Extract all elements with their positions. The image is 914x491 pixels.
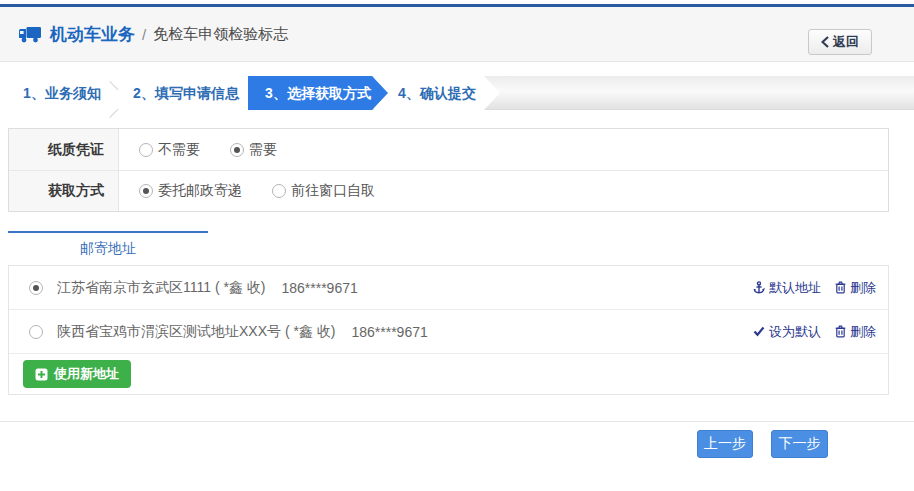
- step-tab-4[interactable]: 4、确认提交: [374, 76, 500, 110]
- radio-label: 委托邮政寄递: [158, 182, 242, 200]
- address-list: 江苏省南京市玄武区1111 ( *鑫 收) 186****9671 默认地址 删…: [8, 265, 889, 395]
- trash-icon: [835, 325, 846, 338]
- options-form: 纸质凭证 不需要 需要 获取方式 委托邮政寄递: [8, 128, 889, 212]
- radio-icon[interactable]: [29, 325, 43, 339]
- truck-icon: [18, 26, 42, 44]
- form-row-obtain-method: 获取方式 委托邮政寄递 前往窗口自取: [9, 170, 888, 211]
- action-label: 删除: [850, 279, 876, 297]
- page-header: 机动车业务 / 免检车申领检验标志 返回: [0, 7, 914, 62]
- radio-icon[interactable]: [139, 143, 153, 157]
- radio-selected-icon[interactable]: [230, 143, 244, 157]
- form-label: 纸质凭证: [9, 129, 119, 170]
- trash-icon: [835, 281, 846, 294]
- action-label: 默认地址: [769, 279, 821, 297]
- radio-selected-icon[interactable]: [29, 281, 43, 295]
- breadcrumb: 机动车业务 / 免检车申领检验标志: [18, 7, 288, 62]
- radio-icon[interactable]: [272, 184, 286, 198]
- default-address-button[interactable]: 默认地址: [753, 279, 821, 297]
- action-label: 设为默认: [769, 323, 821, 341]
- step-tab-2[interactable]: 2、填写申请信息: [124, 76, 248, 110]
- check-icon: [753, 326, 765, 337]
- set-default-button[interactable]: 设为默认: [753, 323, 821, 341]
- form-row-paper-voucher: 纸质凭证 不需要 需要: [9, 129, 888, 170]
- address-row[interactable]: 陕西省宝鸡市渭滨区测试地址XXX号 ( *鑫 收) 186****9671 设为…: [9, 310, 888, 354]
- address-text: 江苏省南京市玄武区1111 ( *鑫 收): [57, 279, 265, 297]
- step-separator-icon: [110, 81, 122, 105]
- action-label: 删除: [850, 323, 876, 341]
- address-phone: 186****9671: [281, 280, 357, 296]
- address-phone: 186****9671: [351, 324, 427, 340]
- radio-label: 需要: [249, 141, 277, 159]
- address-actions: 默认地址 删除: [753, 279, 876, 297]
- anchor-icon: [753, 281, 765, 294]
- address-text: 陕西省宝鸡市渭滨区测试地址XXX号 ( *鑫 收): [57, 323, 335, 341]
- delete-address-button[interactable]: 删除: [835, 279, 876, 297]
- add-new-address-label: 使用新地址: [54, 365, 119, 383]
- address-actions: 设为默认 删除: [753, 323, 876, 341]
- page-title: 免检车申领检验标志: [153, 25, 288, 44]
- footer-divider: [0, 421, 914, 422]
- form-options: 不需要 需要: [119, 129, 888, 170]
- radio-option-no-need[interactable]: 不需要: [139, 141, 200, 159]
- form-label: 获取方式: [9, 171, 119, 211]
- radio-label: 前往窗口自取: [291, 182, 375, 200]
- step-progress-bar: 1、业务须知 2、填写申请信息 3、选择获取方式 4、确认提交: [0, 76, 914, 110]
- chevron-left-icon: [821, 36, 829, 48]
- radio-label: 不需要: [158, 141, 200, 159]
- page: 机动车业务 / 免检车申领检验标志 返回 1、业务须知 2、填写申请信息 3、选…: [0, 0, 914, 491]
- form-options: 委托邮政寄递 前往窗口自取: [119, 171, 888, 211]
- radio-option-window-pickup[interactable]: 前往窗口自取: [272, 182, 375, 200]
- plus-icon: [35, 368, 48, 381]
- tab-mailing-address[interactable]: 邮寄地址: [8, 231, 208, 265]
- breadcrumb-separator: /: [142, 26, 146, 43]
- radio-option-need[interactable]: 需要: [230, 141, 277, 159]
- radio-option-postal-delivery[interactable]: 委托邮政寄递: [139, 182, 242, 200]
- add-address-row: 使用新地址: [9, 354, 888, 394]
- back-button[interactable]: 返回: [808, 29, 872, 55]
- next-step-button[interactable]: 下一步: [771, 430, 828, 458]
- add-new-address-button[interactable]: 使用新地址: [23, 360, 131, 388]
- section-title: 机动车业务: [50, 23, 135, 46]
- back-button-label: 返回: [833, 33, 859, 51]
- delete-address-button[interactable]: 删除: [835, 323, 876, 341]
- step-tab-3-active[interactable]: 3、选择获取方式: [248, 76, 388, 110]
- radio-selected-icon[interactable]: [139, 184, 153, 198]
- address-row[interactable]: 江苏省南京市玄武区1111 ( *鑫 收) 186****9671 默认地址 删…: [9, 266, 888, 310]
- previous-step-button[interactable]: 上一步: [697, 430, 753, 458]
